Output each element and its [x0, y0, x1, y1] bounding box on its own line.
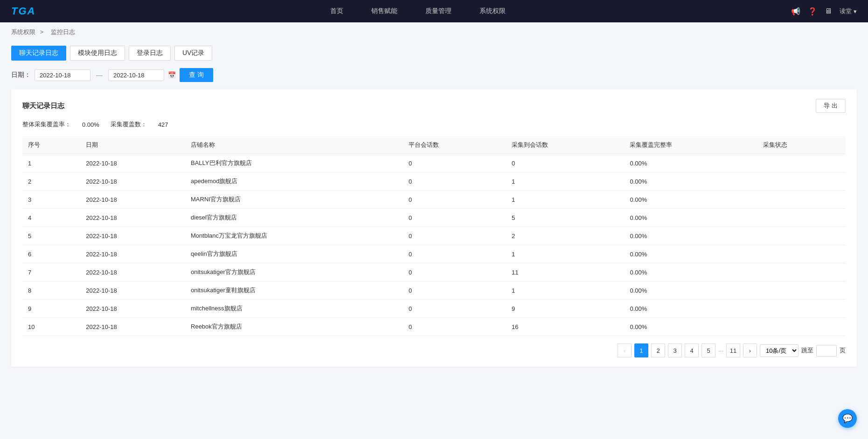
page-next-button[interactable]: › — [743, 343, 757, 357]
cell-status — [757, 209, 846, 227]
date-start-input[interactable] — [35, 69, 90, 81]
cell-index: 9 — [22, 300, 80, 318]
breadcrumb: 系统权限 > 监控日志 — [0, 22, 868, 42]
logo: TGA — [11, 5, 35, 17]
cell-coverage_rate: 0.00% — [624, 209, 757, 227]
breadcrumb-parent[interactable]: 系统权限 — [11, 28, 35, 35]
jump-to: 跳至 页 — [801, 345, 846, 357]
cell-store: onitsukatiger童鞋旗舰店 — [185, 281, 403, 300]
cell-coverage_rate: 0.00% — [624, 300, 757, 318]
tab-module[interactable]: 模块使用日志 — [70, 46, 125, 61]
cell-date: 2022-10-18 — [80, 245, 185, 263]
cell-platform_sessions: 0 — [403, 227, 506, 245]
cell-collected_sessions: 5 — [506, 209, 624, 227]
page-3-button[interactable]: 3 — [668, 343, 682, 357]
page-prev-button[interactable]: ‹ — [618, 343, 632, 357]
main-nav: 首页 销售赋能 质量管理 系统权限 — [63, 7, 772, 15]
breadcrumb-separator: > — [40, 28, 44, 35]
cell-platform_sessions: 0 — [403, 263, 506, 281]
cell-index: 4 — [22, 209, 80, 227]
export-button[interactable]: 导 出 — [816, 99, 846, 113]
table-row: 92022-10-18mitchellness旗舰店090.00% — [22, 300, 846, 318]
cell-index: 7 — [22, 263, 80, 281]
cell-platform_sessions: 0 — [403, 154, 506, 172]
header: TGA 首页 销售赋能 质量管理 系统权限 📢 ❓ 🖥 读堂 ▾ — [0, 0, 868, 22]
query-button[interactable]: 查 询 — [180, 68, 213, 82]
calendar-icon[interactable]: 📅 — [168, 71, 176, 79]
col-date: 日期 — [80, 136, 185, 154]
card-title: 聊天记录日志 — [22, 102, 64, 110]
cell-status — [757, 227, 846, 245]
cell-coverage_rate: 0.00% — [624, 172, 757, 191]
cell-coverage_rate: 0.00% — [624, 281, 757, 300]
user-menu[interactable]: 读堂 ▾ — [840, 7, 857, 15]
jump-label: 跳至 — [801, 346, 813, 355]
cell-platform_sessions: 0 — [403, 300, 506, 318]
cell-collected_sessions: 2 — [506, 227, 624, 245]
cell-store: Montblanc万宝龙官方旗舰店 — [185, 227, 403, 245]
nav-sales[interactable]: 销售赋能 — [371, 7, 397, 15]
page-1-button[interactable]: 1 — [634, 343, 648, 357]
cell-status — [757, 300, 846, 318]
cell-date: 2022-10-18 — [80, 263, 185, 281]
cell-store: apedemod旗舰店 — [185, 172, 403, 191]
jump-input[interactable] — [816, 345, 837, 357]
header-right: 📢 ❓ 🖥 读堂 ▾ — [791, 7, 857, 16]
screen-icon[interactable]: 🖥 — [825, 7, 832, 15]
pagination: ‹ 1 2 3 4 5 ··· 11 › 10条/页 20条/页 50条/页 跳… — [22, 336, 846, 357]
page-last-button[interactable]: 11 — [726, 343, 740, 357]
nav-home[interactable]: 首页 — [330, 7, 343, 15]
cell-store: diesel官方旗舰店 — [185, 209, 403, 227]
table-row: 82022-10-18onitsukatiger童鞋旗舰店010.00% — [22, 281, 846, 300]
col-index: 序号 — [22, 136, 80, 154]
cell-platform_sessions: 0 — [403, 209, 506, 227]
cell-collected_sessions: 16 — [506, 318, 624, 336]
tab-uv[interactable]: UV记录 — [174, 46, 212, 61]
cell-status — [757, 263, 846, 281]
stats-row: 整体采集覆盖率： 0.00% 采集覆盖数： 427 — [22, 120, 846, 129]
chevron-down-icon: ▾ — [854, 8, 857, 15]
cell-date: 2022-10-18 — [80, 172, 185, 191]
col-status: 采集状态 — [757, 136, 846, 154]
cell-platform_sessions: 0 — [403, 172, 506, 191]
page-5-button[interactable]: 5 — [701, 343, 715, 357]
page-4-button[interactable]: 4 — [685, 343, 699, 357]
cell-index: 6 — [22, 245, 80, 263]
nav-quality[interactable]: 质量管理 — [425, 7, 451, 15]
table-row: 12022-10-18BALLY巴利官方旗舰店000.00% — [22, 154, 846, 172]
page-2-button[interactable]: 2 — [651, 343, 665, 357]
table-header-row: 序号 日期 店铺名称 平台会话数 采集到会话数 采集覆盖完整率 采集状态 — [22, 136, 846, 154]
cell-store: MARNI官方旗舰店 — [185, 191, 403, 209]
cell-coverage_rate: 0.00% — [624, 227, 757, 245]
nav-system[interactable]: 系统权限 — [479, 7, 506, 15]
cell-index: 3 — [22, 191, 80, 209]
tab-login[interactable]: 登录日志 — [129, 46, 171, 61]
page-size-select[interactable]: 10条/页 20条/页 50条/页 — [760, 344, 799, 357]
main-content: 聊天记录日志 模块使用日志 登录日志 UV记录 日期： — 📅 查 询 聊天记录… — [0, 42, 868, 439]
cell-store: BALLY巴利官方旗舰店 — [185, 154, 403, 172]
table-row: 32022-10-18MARNI官方旗舰店010.00% — [22, 191, 846, 209]
main-card: 聊天记录日志 导 出 整体采集覆盖率： 0.00% 采集覆盖数： 427 序号 … — [11, 89, 857, 367]
date-end-input[interactable] — [108, 69, 164, 81]
tab-chat[interactable]: 聊天记录日志 — [11, 46, 66, 61]
date-filter-label: 日期： — [11, 71, 31, 79]
coverage-rate-value: 0.00% — [82, 121, 99, 128]
filter-row: 日期： — 📅 查 询 — [11, 68, 857, 82]
cell-collected_sessions: 1 — [506, 191, 624, 209]
table-row: 102022-10-18Reebok官方旗舰店0160.00% — [22, 318, 846, 336]
cell-date: 2022-10-18 — [80, 191, 185, 209]
question-icon[interactable]: ❓ — [808, 7, 817, 16]
count-label: 采集覆盖数： — [111, 120, 147, 129]
card-header: 聊天记录日志 导 出 — [22, 99, 846, 113]
speaker-icon[interactable]: 📢 — [791, 7, 800, 16]
cell-coverage_rate: 0.00% — [624, 318, 757, 336]
table-row: 42022-10-18diesel官方旗舰店050.00% — [22, 209, 846, 227]
cell-store: Reebok官方旗舰店 — [185, 318, 403, 336]
chat-bubble[interactable]: 💬 — [838, 409, 857, 428]
cell-status — [757, 191, 846, 209]
cell-date: 2022-10-18 — [80, 300, 185, 318]
cell-platform_sessions: 0 — [403, 245, 506, 263]
cell-store: onitsukatiger官方旗舰店 — [185, 263, 403, 281]
col-coverage-rate: 采集覆盖完整率 — [624, 136, 757, 154]
cell-collected_sessions: 0 — [506, 154, 624, 172]
